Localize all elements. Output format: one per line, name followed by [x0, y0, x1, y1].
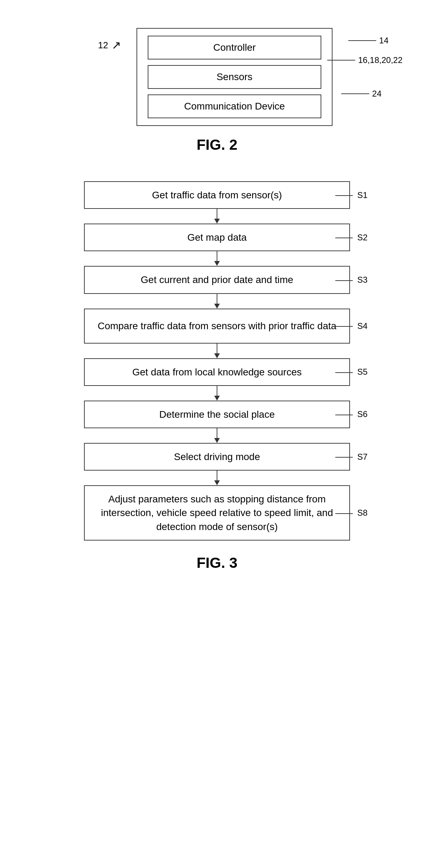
step-s2: Get map data S2 — [59, 224, 374, 251]
ref12-label: 12 ↗ — [98, 38, 121, 52]
arrow-1 — [214, 209, 220, 224]
step-s5: Get data from local knowledge sources S5 — [59, 358, 374, 386]
controller-box: Controller — [148, 36, 321, 59]
arrow-6 — [214, 428, 220, 443]
flowchart: Get traffic data from sensor(s) S1 Get m… — [59, 181, 374, 541]
box-s8: Adjust parameters such as stopping dista… — [84, 485, 350, 541]
sensors-box: Sensors — [148, 65, 321, 89]
box-s2: Get map data — [84, 224, 350, 251]
label-s2: S2 — [335, 233, 368, 242]
arrow-7 — [214, 471, 220, 485]
fig2-caption: FIG. 2 — [197, 136, 238, 153]
arrow-3 — [214, 294, 220, 309]
arrow-2 — [214, 251, 220, 266]
step-s3: Get current and prior date and time S3 — [59, 266, 374, 294]
step-s7: Select driving mode S7 — [59, 443, 374, 471]
box-s6: Determine the social place — [84, 401, 350, 428]
controller-ref-label: 14 — [348, 36, 388, 45]
commdev-ref-label: 24 — [341, 89, 382, 99]
sensors-ref-label: 16,18,20,22 — [327, 55, 402, 65]
commdev-row: Communication Device — [148, 94, 321, 118]
page-content: 12 ↗ Controller Sensors — [0, 0, 434, 585]
label-s8: S8 — [335, 508, 368, 518]
step-s1: Get traffic data from sensor(s) S1 — [59, 181, 374, 209]
arrow-5 — [214, 386, 220, 401]
outer-box: Controller Sensors Communication Device — [136, 28, 332, 126]
controller-row: Controller — [148, 36, 321, 59]
fig3-caption: FIG. 3 — [197, 555, 238, 571]
outer-box-wrapper: Controller Sensors Communication Device — [136, 28, 332, 126]
label-s4: S4 — [335, 321, 368, 331]
commdev-box: Communication Device — [148, 94, 321, 118]
step-s4: Compare traffic data from sensors with p… — [59, 309, 374, 344]
label-s3: S3 — [335, 275, 368, 285]
label-s6: S6 — [335, 409, 368, 419]
label-s5: S5 — [335, 367, 368, 377]
box-s5: Get data from local knowledge sources — [84, 358, 350, 386]
box-s4: Compare traffic data from sensors with p… — [84, 309, 350, 344]
step-s8: Adjust parameters such as stopping dista… — [59, 485, 374, 541]
box-s1: Get traffic data from sensor(s) — [84, 181, 350, 209]
label-s1: S1 — [335, 190, 368, 200]
sensors-row: Sensors — [148, 65, 321, 89]
step-s6: Determine the social place S6 — [59, 401, 374, 428]
box-s3: Get current and prior date and time — [84, 266, 350, 294]
fig3-container: Get traffic data from sensor(s) S1 Get m… — [0, 181, 434, 571]
label-s7: S7 — [335, 452, 368, 462]
fig2-container: 12 ↗ Controller Sensors — [0, 28, 434, 153]
box-s7: Select driving mode — [84, 443, 350, 471]
arrow-4 — [214, 344, 220, 358]
